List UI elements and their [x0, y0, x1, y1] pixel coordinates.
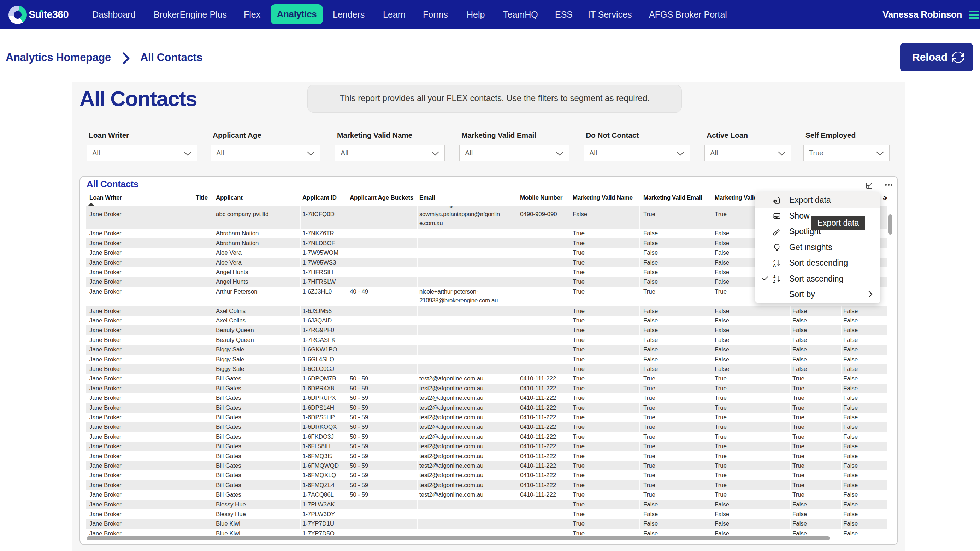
- svg-text:Z: Z: [773, 279, 775, 283]
- svg-text:A: A: [773, 275, 776, 279]
- svg-text:A: A: [773, 263, 776, 267]
- svg-text:Z: Z: [773, 259, 775, 263]
